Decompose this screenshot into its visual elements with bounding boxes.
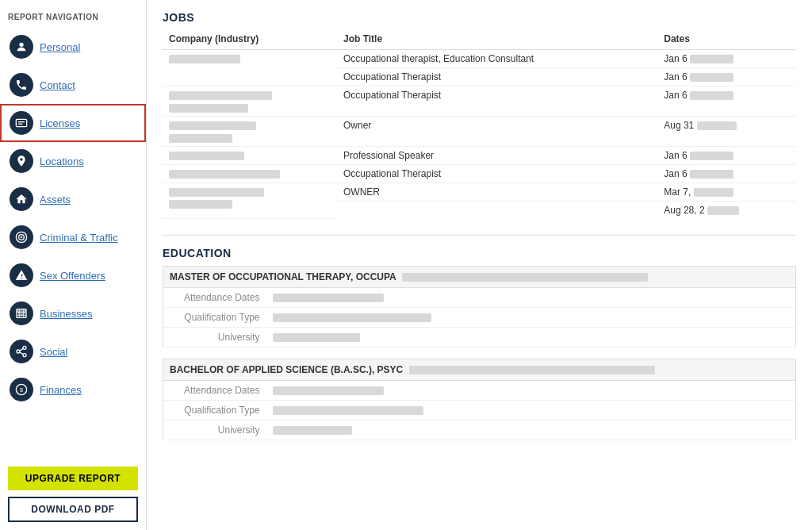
blurred-company-2 <box>169 91 272 100</box>
blurred-company-6b <box>169 200 232 209</box>
jobs-table: Company (Industry) Job Title Dates Occup… <box>163 30 796 219</box>
sidebar: REPORT NAVIGATION Personal Contact Licen… <box>0 0 147 530</box>
dates-4: Aug 31 <box>657 116 796 146</box>
table-row: OWNER Mar 7, <box>163 182 796 201</box>
col-company: Company (Industry) <box>163 30 337 50</box>
upgrade-report-button[interactable]: UPGRADE REPORT <box>8 467 138 490</box>
svg-point-6 <box>21 236 23 239</box>
dates-2: Jan 6 <box>657 68 796 86</box>
edu-degree-title-1: MASTER OF OCCUPATIONAL THERAPY, OCCUPA <box>163 267 796 288</box>
blurred-date-1 <box>690 55 733 63</box>
education-table-2: BACHELOR OF APPLIED SCIENCE (B.A.SC.), P… <box>163 359 796 440</box>
sidebar-buttons: UPGRADE REPORT DOWNLOAD PDF <box>0 459 146 530</box>
job-title-8 <box>337 201 657 219</box>
finances-label: Finances <box>40 384 82 396</box>
edu-row-uni-1: University <box>163 328 796 348</box>
social-icon <box>10 340 33 363</box>
svg-line-16 <box>20 348 24 351</box>
sidebar-header: REPORT NAVIGATION <box>0 8 146 28</box>
sidebar-item-social[interactable]: Social <box>0 332 146 371</box>
uni-value-1 <box>266 328 796 348</box>
locations-icon <box>10 149 33 173</box>
blurred-company-3b <box>169 134 232 143</box>
job-title-1: Occupational therapist, Education Consul… <box>337 50 657 68</box>
businesses-icon <box>10 301 33 325</box>
sidebar-item-locations[interactable]: Locations <box>0 142 146 180</box>
sidebar-item-finances[interactable]: $ Finances <box>0 371 146 409</box>
blurred-uni-1 <box>273 333 360 342</box>
sidebar-item-criminal[interactable]: Criminal & Traffic <box>0 218 146 256</box>
businesses-label: Businesses <box>40 308 92 320</box>
edu-degree-row-2: BACHELOR OF APPLIED SCIENCE (B.A.SC.), P… <box>163 359 796 381</box>
blurred-attendance-2 <box>273 386 384 395</box>
uni-label-1: University <box>163 328 266 348</box>
table-row: Professional Speaker Jan 6 <box>163 146 796 164</box>
sidebar-item-contact[interactable]: Contact <box>0 66 146 104</box>
job-title-6: Occupational Therapist <box>337 164 657 182</box>
main-content: JOBS Company (Industry) Job Title Dates … <box>147 0 812 530</box>
blurred-degree-2 <box>409 366 655 374</box>
blurred-company-6 <box>169 188 264 197</box>
job-title-2: Occupational Therapist <box>337 68 657 86</box>
personal-label: Personal <box>40 41 80 53</box>
blurred-date-4 <box>697 121 737 130</box>
education-table-1: MASTER OF OCCUPATIONAL THERAPY, OCCUPA A… <box>163 266 796 348</box>
contact-label: Contact <box>40 79 75 91</box>
attendance-value-1 <box>266 288 796 308</box>
blurred-company-1 <box>169 55 240 63</box>
edu-row-qual-2: Qualification Type <box>163 401 796 421</box>
sidebar-item-assets[interactable]: Assets <box>0 180 146 218</box>
company-cell-1 <box>163 50 337 86</box>
blurred-degree-1 <box>402 273 648 282</box>
criminal-label: Criminal & Traffic <box>40 232 118 244</box>
sidebar-item-businesses[interactable]: Businesses <box>0 294 146 332</box>
finances-icon: $ <box>10 378 33 401</box>
uni-label-2: University <box>163 421 266 440</box>
section-divider <box>163 235 796 236</box>
sex-offenders-icon <box>10 263 33 287</box>
sidebar-item-licenses[interactable]: Licenses <box>0 104 146 142</box>
attendance-label-2: Attendance Dates <box>163 381 266 401</box>
company-cell-3 <box>163 116 337 146</box>
blurred-date-7 <box>694 188 733 197</box>
sex-offenders-label: Sex Offenders <box>40 270 105 282</box>
qual-value-1 <box>266 308 796 328</box>
dates-5: Jan 6 <box>657 146 796 164</box>
qual-label-2: Qualification Type <box>163 401 266 421</box>
table-row: Occupational Therapist Jan 6 <box>163 164 796 182</box>
licenses-icon <box>10 111 33 135</box>
download-pdf-button[interactable]: DOWNLOAD PDF <box>8 497 138 522</box>
attendance-label-1: Attendance Dates <box>163 288 266 308</box>
svg-point-13 <box>17 350 20 353</box>
dates-6: Jan 6 <box>657 164 796 182</box>
blurred-date-8 <box>707 206 739 215</box>
blurred-company-3 <box>169 121 256 130</box>
sidebar-item-sex-offenders[interactable]: Sex Offenders <box>0 256 146 294</box>
blurred-uni-2 <box>273 426 352 435</box>
qual-value-2 <box>266 401 796 421</box>
dates-3: Jan 6 <box>657 86 796 117</box>
edu-degree-title-2: BACHELOR OF APPLIED SCIENCE (B.A.SC.), P… <box>163 359 796 381</box>
company-cell-5 <box>163 164 337 182</box>
edu-degree-row-1: MASTER OF OCCUPATIONAL THERAPY, OCCUPA <box>163 267 796 288</box>
licenses-label: Licenses <box>40 117 80 129</box>
edu-row-attendance-2: Attendance Dates <box>163 381 796 401</box>
jobs-section-title: JOBS <box>163 11 796 24</box>
edu-row-qual-1: Qualification Type <box>163 308 796 328</box>
social-label: Social <box>40 346 67 358</box>
assets-label: Assets <box>40 194 71 205</box>
education-section-title: EDUCATION <box>163 247 796 259</box>
table-row: Owner Aug 31 <box>163 116 796 146</box>
svg-point-14 <box>23 354 26 357</box>
svg-text:$: $ <box>20 386 23 394</box>
contact-icon <box>10 73 33 97</box>
dates-8: Aug 28, 2 <box>657 201 796 219</box>
company-cell-4 <box>163 146 337 164</box>
job-title-3: Occupational Therapist <box>337 86 657 117</box>
svg-line-15 <box>20 352 24 355</box>
col-job-title: Job Title <box>337 30 657 50</box>
sidebar-item-personal[interactable]: Personal <box>0 28 146 66</box>
table-row: Occupational therapist, Education Consul… <box>163 50 796 68</box>
dates-7: Mar 7, <box>657 182 796 201</box>
company-cell-2 <box>163 86 337 117</box>
